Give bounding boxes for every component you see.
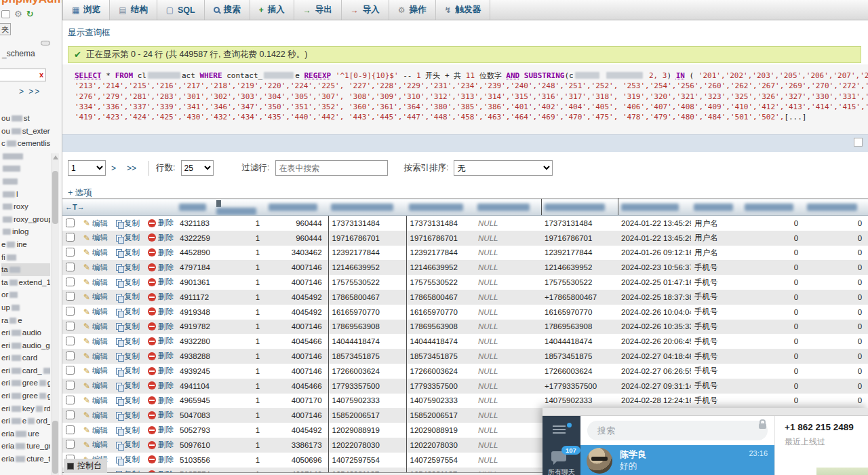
delete-link[interactable]: 删除 bbox=[148, 248, 174, 258]
data-cell[interactable]: 2024-01-22 13:45:29 bbox=[618, 231, 691, 246]
copy-link[interactable]: 复制 bbox=[116, 425, 140, 436]
data-cell[interactable]: 960444 bbox=[266, 216, 328, 231]
nav-table-item[interactable]: ccementlist bbox=[1, 137, 50, 150]
edit-link[interactable]: ✎编辑 bbox=[83, 307, 108, 317]
data-cell[interactable]: 15852006517 bbox=[328, 408, 406, 423]
data-cell[interactable]: 4045466 bbox=[266, 379, 328, 394]
data-cell[interactable]: 14072597554 bbox=[328, 453, 406, 468]
column-header[interactable] bbox=[266, 199, 328, 216]
rows-per-page-select[interactable]: 25 bbox=[181, 160, 214, 176]
nav-table-item[interactable] bbox=[1, 150, 50, 163]
row-checkbox[interactable] bbox=[66, 381, 75, 390]
edit-link[interactable]: ✎编辑 bbox=[83, 233, 108, 243]
data-cell[interactable]: 16165970770 bbox=[328, 305, 406, 320]
nav-table-item[interactable]: roxy_group bbox=[1, 213, 50, 226]
row-checkbox[interactable] bbox=[66, 248, 75, 256]
data-cell[interactable]: +17793357500 bbox=[541, 379, 618, 394]
data-cell[interactable]: 5047083 bbox=[176, 408, 214, 423]
data-cell[interactable]: 14075902333 bbox=[541, 394, 618, 408]
data-cell[interactable]: 4321183 bbox=[176, 216, 214, 231]
copy-link[interactable]: 复制 bbox=[116, 292, 140, 302]
nav-table-item[interactable] bbox=[1, 162, 50, 175]
data-cell[interactable]: 0 bbox=[742, 320, 804, 335]
delete-link[interactable]: 删除 bbox=[148, 336, 174, 346]
data-cell[interactable]: 12392177844 bbox=[541, 246, 618, 261]
data-cell[interactable]: 0 bbox=[742, 275, 804, 290]
data-cell[interactable]: 5097610 bbox=[176, 438, 214, 453]
data-cell[interactable]: 0 bbox=[742, 334, 804, 349]
filter-rows-input[interactable] bbox=[275, 160, 388, 176]
delete-link[interactable]: 删除 bbox=[148, 233, 174, 243]
data-cell[interactable]: 4919348 bbox=[176, 305, 214, 320]
data-cell[interactable]: 0 bbox=[742, 379, 804, 394]
data-cell[interactable]: 1 bbox=[214, 423, 266, 438]
nav-table-item[interactable]: oust bbox=[1, 112, 50, 125]
data-cell[interactable]: 14072597554 bbox=[406, 453, 475, 468]
nav-table-item[interactable]: eriature_gro bbox=[1, 440, 50, 453]
row-checkbox[interactable] bbox=[66, 425, 75, 434]
data-cell[interactable]: 4797184 bbox=[176, 260, 214, 275]
data-cell[interactable]: 0 bbox=[804, 290, 868, 305]
data-cell[interactable]: 0 bbox=[804, 275, 868, 290]
data-cell[interactable]: 960444 bbox=[266, 231, 328, 246]
data-cell[interactable]: 17266003624 bbox=[406, 364, 475, 379]
data-cell[interactable]: 12392177844 bbox=[406, 246, 475, 261]
data-cell[interactable]: 18573451875 bbox=[328, 349, 406, 364]
delete-link[interactable]: 删除 bbox=[148, 263, 174, 273]
data-cell[interactable]: 2024-01-26 09:12:16 bbox=[618, 246, 691, 261]
data-cell[interactable]: 17266003624 bbox=[541, 364, 618, 379]
data-cell[interactable]: 17373131484 bbox=[541, 216, 618, 231]
edit-link[interactable]: ✎编辑 bbox=[83, 381, 108, 391]
data-cell[interactable]: 1 bbox=[214, 275, 266, 290]
data-cell[interactable]: 18573451875 bbox=[406, 349, 475, 364]
home-icon[interactable] bbox=[1, 10, 10, 18]
data-cell[interactable]: 1 bbox=[214, 320, 266, 335]
data-cell[interactable]: NULL bbox=[475, 349, 541, 364]
data-cell[interactable]: 17865800467 bbox=[328, 290, 406, 305]
data-cell[interactable]: 12022078030 bbox=[328, 438, 406, 453]
options-toggle-link[interactable]: + 选项 bbox=[68, 188, 92, 197]
data-cell[interactable]: 0 bbox=[742, 349, 804, 364]
collapse-button[interactable]: 夹 bbox=[0, 23, 11, 35]
row-checkbox[interactable] bbox=[66, 366, 75, 375]
delete-link[interactable]: 删除 bbox=[148, 366, 174, 376]
data-cell[interactable]: 0 bbox=[804, 334, 868, 349]
nav-scrollbar-thumb[interactable] bbox=[52, 171, 58, 224]
delete-link[interactable]: 删除 bbox=[148, 322, 174, 332]
data-cell[interactable]: 用户名 bbox=[691, 246, 742, 261]
row-checkbox[interactable] bbox=[66, 292, 75, 301]
avatar[interactable] bbox=[587, 448, 612, 474]
edit-link[interactable]: ✎编辑 bbox=[83, 337, 108, 347]
data-cell[interactable]: NULL bbox=[475, 438, 541, 453]
copy-link[interactable]: 复制 bbox=[116, 248, 140, 258]
data-cell[interactable]: 17869563908 bbox=[541, 320, 618, 335]
delete-link[interactable]: 删除 bbox=[148, 292, 174, 302]
data-cell[interactable]: 4007146 bbox=[266, 320, 328, 335]
data-cell[interactable]: NULL bbox=[475, 334, 541, 349]
row-checkbox[interactable] bbox=[66, 352, 75, 360]
scroll-up-icon[interactable] bbox=[53, 155, 58, 159]
row-checkbox[interactable] bbox=[66, 218, 75, 227]
tab-sql[interactable]: ▢SQL bbox=[157, 0, 205, 20]
nav-table-item[interactable]: rae bbox=[1, 314, 50, 327]
data-cell[interactable]: 4938288 bbox=[176, 349, 214, 364]
data-cell[interactable]: 12022078030 bbox=[406, 438, 475, 453]
data-cell[interactable]: 4045492 bbox=[266, 290, 328, 305]
data-cell[interactable]: 17793357500 bbox=[406, 379, 475, 394]
tab-search[interactable]: 搜索 bbox=[205, 0, 250, 20]
clear-filter-icon[interactable]: x bbox=[39, 71, 43, 79]
data-cell[interactable]: 2024-02-26 10:04:04 bbox=[618, 305, 691, 320]
delete-link[interactable]: 删除 bbox=[148, 396, 174, 406]
edit-link[interactable]: ✎编辑 bbox=[83, 322, 108, 332]
nav-table-item[interactable]: up bbox=[1, 301, 50, 314]
copy-link[interactable]: 复制 bbox=[116, 307, 140, 317]
data-cell[interactable]: 手机号 bbox=[691, 394, 742, 408]
tab-operations[interactable]: ⚙操作 bbox=[389, 0, 436, 20]
copy-link[interactable]: 复制 bbox=[116, 411, 140, 421]
data-cell[interactable]: 1 bbox=[214, 408, 266, 423]
nav-table-item[interactable]: ericard bbox=[1, 352, 50, 364]
data-cell[interactable]: 17793357500 bbox=[328, 379, 406, 394]
data-cell[interactable]: 4045492 bbox=[266, 423, 328, 438]
data-cell[interactable]: NULL bbox=[475, 246, 541, 261]
data-cell[interactable]: NULL bbox=[475, 320, 541, 335]
